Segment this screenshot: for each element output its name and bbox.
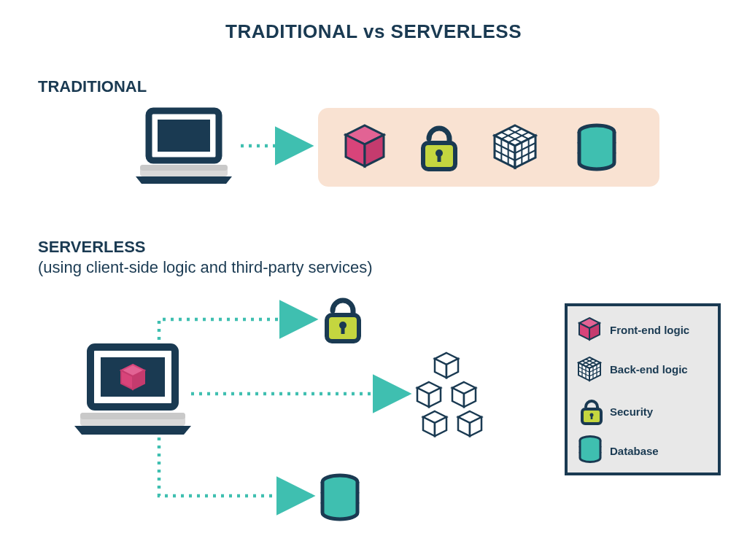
- svg-marker-28: [121, 365, 144, 376]
- svg-rect-26: [90, 347, 175, 407]
- svg-rect-32: [80, 413, 185, 419]
- svg-line-61: [586, 361, 597, 367]
- svg-marker-58: [589, 363, 600, 381]
- svg-marker-46: [423, 417, 435, 436]
- svg-rect-31: [80, 413, 185, 426]
- cube-grid-icon: [495, 125, 535, 168]
- legend-item-security: Security: [610, 405, 653, 418]
- svg-marker-45: [423, 411, 446, 423]
- svg-line-18: [495, 150, 515, 160]
- svg-rect-9: [438, 155, 441, 162]
- serverless-heading: SERVERLESS: [38, 238, 146, 257]
- svg-point-74: [580, 437, 600, 445]
- svg-marker-29: [121, 370, 133, 389]
- svg-line-63: [578, 367, 589, 373]
- svg-line-17: [495, 143, 515, 153]
- svg-marker-4: [346, 125, 384, 144]
- svg-marker-10: [495, 125, 535, 146]
- svg-rect-71: [582, 409, 601, 424]
- lock-icon: [327, 300, 359, 341]
- database-icon: [579, 125, 614, 169]
- backend-group-box: [318, 108, 659, 187]
- svg-marker-43: [452, 388, 464, 407]
- svg-point-8: [436, 149, 443, 157]
- svg-rect-35: [341, 327, 345, 334]
- svg-rect-7: [423, 143, 455, 169]
- svg-marker-47: [435, 417, 446, 436]
- database-icon: [322, 475, 357, 519]
- svg-line-64: [578, 371, 589, 377]
- svg-rect-3: [140, 165, 228, 171]
- svg-marker-53: [579, 318, 600, 328]
- svg-rect-73: [591, 416, 593, 419]
- svg-marker-54: [579, 323, 589, 340]
- svg-line-16: [501, 129, 522, 139]
- svg-line-20: [515, 150, 535, 160]
- svg-line-60: [586, 359, 597, 365]
- svg-line-62: [582, 359, 593, 365]
- laptop-icon: [136, 111, 232, 184]
- svg-point-34: [339, 322, 347, 329]
- svg-marker-11: [495, 136, 515, 168]
- svg-point-72: [590, 413, 594, 417]
- arrow: [159, 438, 312, 496]
- svg-point-25: [579, 125, 614, 139]
- svg-marker-57: [578, 363, 589, 381]
- svg-marker-38: [446, 359, 458, 378]
- page-title: TRADITIONAL vs SERVERLESS: [0, 20, 747, 43]
- svg-rect-33: [327, 315, 359, 341]
- svg-marker-5: [346, 135, 365, 166]
- legend-item-back-end: Back-end logic: [610, 363, 688, 376]
- svg-marker-12: [515, 136, 535, 168]
- lock-icon: [423, 128, 455, 169]
- svg-line-15: [508, 132, 529, 142]
- svg-marker-44: [464, 388, 476, 407]
- svg-marker-41: [429, 388, 441, 407]
- legend-item-database: Database: [610, 445, 659, 457]
- svg-marker-39: [417, 382, 441, 394]
- svg-marker-6: [365, 135, 384, 166]
- svg-line-19: [515, 143, 535, 153]
- svg-line-13: [501, 132, 522, 142]
- svg-line-65: [589, 367, 600, 373]
- svg-marker-55: [589, 323, 600, 340]
- svg-marker-50: [470, 417, 481, 436]
- svg-marker-36: [435, 353, 458, 365]
- traditional-heading: TRADITIONAL: [38, 77, 147, 96]
- svg-marker-56: [578, 357, 600, 368]
- legend-item-front-end: Front-end logic: [610, 324, 689, 336]
- svg-point-51: [322, 475, 357, 489]
- svg-line-66: [589, 371, 600, 377]
- serverless-subheading: (using client-side logic and third-party…: [38, 258, 373, 277]
- svg-rect-27: [101, 357, 165, 397]
- laptop-with-cube-icon: [74, 347, 191, 435]
- cube-icon: [346, 125, 384, 166]
- svg-marker-37: [435, 359, 446, 378]
- svg-rect-2: [140, 165, 228, 176]
- svg-rect-0: [149, 111, 219, 160]
- svg-marker-42: [452, 382, 476, 394]
- svg-marker-40: [417, 388, 429, 407]
- svg-rect-1: [158, 120, 210, 152]
- cube-cluster-icon: [417, 353, 481, 436]
- svg-marker-48: [458, 411, 481, 423]
- svg-line-14: [508, 129, 529, 139]
- svg-marker-30: [133, 370, 144, 389]
- svg-line-59: [582, 361, 593, 367]
- arrow: [159, 319, 315, 340]
- svg-marker-49: [458, 417, 470, 436]
